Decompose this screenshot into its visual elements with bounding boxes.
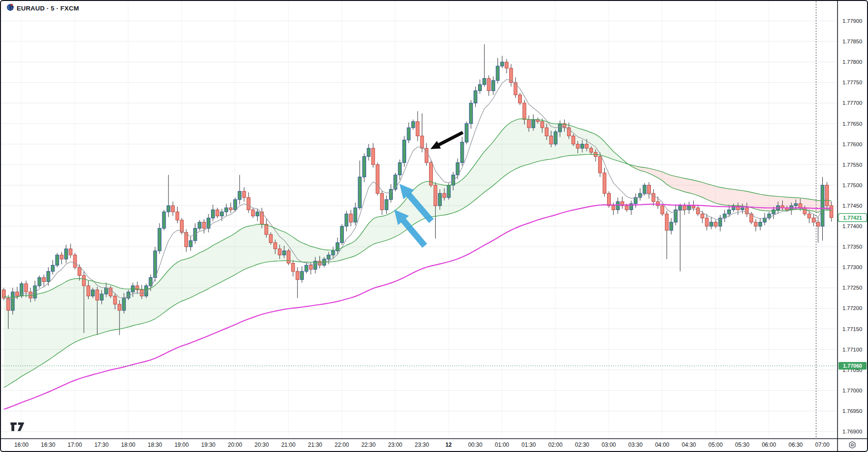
candle-down <box>376 165 379 193</box>
euraud-pair-flag-icon <box>7 4 14 13</box>
candle-down <box>754 222 758 226</box>
candle-up <box>300 271 304 280</box>
time-axis-label: 21:00 <box>281 442 296 448</box>
candle-down <box>73 255 77 267</box>
candle-down <box>519 95 522 103</box>
candle-down <box>82 275 86 286</box>
candlestick-chart[interactable]: 1.779001.778501.778001.777501.777001.776… <box>0 0 868 452</box>
symbol-title[interactable]: EURAUD · 5 · FXCM <box>17 5 79 12</box>
candle-up <box>469 103 473 123</box>
candle-up <box>127 292 130 298</box>
time-axis-label: 05:00 <box>708 442 723 448</box>
candle-up <box>282 251 286 255</box>
candle-up <box>741 208 744 210</box>
price-axis-label: 1.77100 <box>842 347 862 352</box>
candle-down <box>291 263 295 271</box>
candle-down <box>798 204 802 208</box>
candle-down <box>817 222 820 226</box>
time-axis-label: 06:30 <box>788 442 803 448</box>
time-axis-label: 19:30 <box>201 442 215 448</box>
candle-up <box>158 228 161 251</box>
price-axis[interactable]: 1.779001.778501.778001.777501.777001.776… <box>842 18 862 434</box>
candle-down <box>692 206 695 208</box>
candle-down <box>803 208 807 214</box>
candle-down <box>812 218 815 222</box>
price-axis-label: 1.77650 <box>842 121 862 127</box>
candle-up <box>821 185 824 226</box>
candle-up <box>456 162 459 175</box>
candle-down <box>683 206 686 210</box>
candle-down <box>527 120 530 128</box>
time-axis-label: 16:00 <box>14 442 29 448</box>
candle-down <box>745 208 748 214</box>
candle-down <box>216 210 219 216</box>
candle-down <box>652 193 655 201</box>
candle-down <box>371 148 375 164</box>
time-axis-label: 22:30 <box>361 442 376 448</box>
time-axis-label: 18:00 <box>121 442 135 448</box>
price-axis-label: 1.76950 <box>842 408 862 414</box>
candle-down <box>171 206 175 212</box>
candle-up <box>407 128 410 140</box>
candle-up <box>38 278 41 286</box>
candle-up <box>305 265 308 271</box>
candle-down <box>808 214 811 218</box>
candle-up <box>345 214 348 226</box>
candle-up <box>394 175 397 189</box>
candle-down <box>113 296 117 304</box>
candle-up <box>56 255 59 265</box>
candle-down <box>87 286 90 296</box>
time-axis-label: 20:30 <box>255 442 269 448</box>
price-axis-label: 1.77900 <box>842 18 862 24</box>
candle-up <box>772 210 775 214</box>
candle-up <box>149 278 152 286</box>
candle-down <box>665 214 668 230</box>
time-axis-label: 06:00 <box>762 442 776 448</box>
candle-down <box>589 148 593 152</box>
candle-down <box>572 136 575 144</box>
candle-up <box>794 204 798 206</box>
price-axis-label: 1.77750 <box>842 80 862 85</box>
candle-up <box>340 226 344 242</box>
candle-down <box>287 251 290 263</box>
candle-up <box>167 206 170 212</box>
time-axis-label: 04:00 <box>655 442 669 448</box>
candle-up <box>122 298 126 311</box>
candle-down <box>416 121 419 136</box>
candle-down <box>648 185 651 193</box>
candle-down <box>24 284 28 292</box>
candle-up <box>363 156 366 177</box>
candle-down <box>608 193 611 206</box>
tradingview-logo-icon[interactable] <box>10 421 27 434</box>
candle-up <box>225 208 228 212</box>
price-axis-label: 1.77700 <box>842 100 862 106</box>
time-axis-label: 21:30 <box>308 442 322 448</box>
time-axis-label: 22:00 <box>335 442 349 448</box>
candle-down <box>420 136 424 148</box>
price-axis-label: 1.77450 <box>842 203 862 209</box>
candle-down <box>487 79 490 91</box>
price-axis-label: 1.77300 <box>842 264 862 270</box>
candle-up <box>532 120 535 128</box>
time-axis-label: 18:30 <box>148 442 162 448</box>
candle-down <box>523 103 526 119</box>
price-axis-label: 1.77850 <box>842 39 862 44</box>
symbol-header: EURAUD · 5 · FXCM <box>7 4 79 13</box>
price-axis-label: 1.77800 <box>842 59 862 65</box>
candle-up <box>483 79 486 85</box>
candle-down <box>434 185 437 206</box>
candle-down <box>29 292 32 298</box>
time-axis-label: 02:00 <box>548 442 562 448</box>
candle-up <box>207 218 210 229</box>
candle-up <box>153 251 157 278</box>
candle-down <box>545 128 549 136</box>
time-axis-label: 23:00 <box>388 442 402 448</box>
time-axis-label: 17:00 <box>68 442 82 448</box>
price-axis-label: 1.76900 <box>842 429 862 434</box>
candle-up <box>403 140 406 162</box>
candle-up <box>709 222 713 226</box>
candle-down <box>443 193 446 198</box>
candle-up <box>211 210 215 218</box>
time-axis-label: 00:30 <box>468 442 482 448</box>
candle-up <box>11 292 14 311</box>
